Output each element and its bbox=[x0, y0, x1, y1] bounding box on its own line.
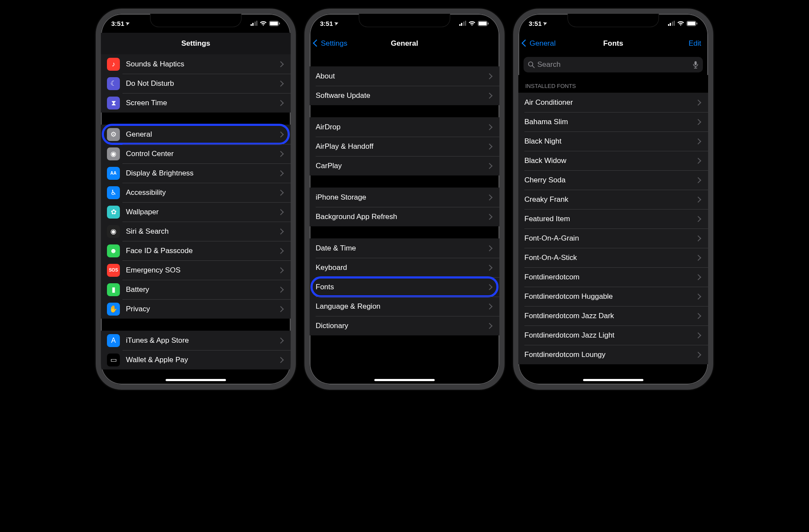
chevron-right-icon bbox=[278, 228, 284, 234]
phone-fonts: 3:51 ➤ General Fonts Edit Search INSTALL… bbox=[513, 9, 713, 390]
row-icon: AA bbox=[107, 167, 120, 180]
row-label: Bahama Slim bbox=[524, 118, 696, 126]
chevron-right-icon bbox=[278, 150, 284, 156]
svg-rect-2 bbox=[279, 22, 280, 25]
list-item[interactable]: ◉Siri & Search bbox=[101, 222, 291, 241]
row-icon: ✿ bbox=[107, 206, 120, 219]
signal-icon bbox=[668, 21, 675, 26]
list-item[interactable]: ⚙︎General bbox=[101, 125, 291, 144]
row-label: Do Not Disturb bbox=[126, 79, 279, 88]
list-item[interactable]: Date & Time bbox=[310, 238, 499, 258]
home-indicator[interactable] bbox=[583, 379, 643, 381]
list-item[interactable]: Background App Refresh bbox=[310, 207, 499, 226]
page-title: General bbox=[391, 39, 418, 48]
list-item[interactable]: Fontdinerdotcom Jazz Light bbox=[518, 325, 708, 345]
chevron-right-icon bbox=[278, 80, 284, 86]
row-label: Wallpaper bbox=[126, 208, 279, 216]
list-item[interactable]: AADisplay & Brightness bbox=[101, 163, 291, 183]
wifi-icon bbox=[260, 21, 267, 26]
row-icon: ☻ bbox=[107, 244, 120, 257]
row-icon: ♪ bbox=[107, 58, 120, 71]
list-item[interactable]: CarPlay bbox=[310, 156, 499, 175]
row-icon: ✋ bbox=[107, 303, 120, 316]
nav-bar: Settings General bbox=[310, 33, 499, 54]
row-label: Background App Refresh bbox=[316, 213, 487, 221]
chevron-right-icon bbox=[695, 254, 701, 260]
row-label: Fontdinerdotcom bbox=[524, 273, 696, 282]
list-item[interactable]: Black Night bbox=[518, 131, 708, 151]
page-title: Settings bbox=[181, 39, 210, 48]
list-item[interactable]: iPhone Storage bbox=[310, 188, 499, 207]
list-item[interactable]: Dictionary bbox=[310, 316, 499, 335]
list-item[interactable]: AiTunes & App Store bbox=[101, 331, 291, 350]
row-label: Dictionary bbox=[316, 322, 487, 330]
status-time: 3:51 bbox=[320, 20, 333, 27]
list-item[interactable]: ▭Wallet & Apple Pay bbox=[101, 350, 291, 369]
list-item[interactable]: AirDrop bbox=[310, 117, 499, 137]
chevron-right-icon bbox=[695, 313, 701, 319]
row-label: Black Widow bbox=[524, 156, 696, 165]
search-input[interactable]: Search bbox=[524, 57, 703, 72]
list-item[interactable]: ✋Privacy bbox=[101, 299, 291, 319]
row-label: Fontdinerdotcom Jazz Dark bbox=[524, 312, 696, 320]
fonts-list[interactable]: Air ConditionerBahama SlimBlack NightBla… bbox=[518, 93, 708, 364]
list-item[interactable]: Fontdinerdotcom Huggable bbox=[518, 287, 708, 306]
chevron-right-icon bbox=[486, 213, 492, 219]
list-item[interactable]: Font-On-A-Stick bbox=[518, 248, 708, 267]
edit-button[interactable]: Edit bbox=[689, 39, 701, 48]
list-item[interactable]: SOSEmergency SOS bbox=[101, 260, 291, 280]
notch bbox=[150, 14, 241, 27]
list-item[interactable]: Air Conditioner bbox=[518, 93, 708, 112]
list-item[interactable]: AirPlay & Handoff bbox=[310, 137, 499, 156]
list-item[interactable]: ♪Sounds & Haptics bbox=[101, 54, 291, 74]
status-time: 3:51 bbox=[111, 20, 124, 27]
row-label: Font-On-A-Grain bbox=[524, 234, 696, 243]
svg-rect-4 bbox=[479, 22, 487, 25]
list-item[interactable]: Keyboard bbox=[310, 258, 499, 277]
battery-icon bbox=[687, 21, 698, 26]
chevron-right-icon bbox=[695, 293, 701, 299]
list-item[interactable]: Font-On-A-Grain bbox=[518, 228, 708, 248]
general-list[interactable]: AboutSoftware UpdateAirDropAirPlay & Han… bbox=[310, 54, 499, 335]
list-item[interactable]: About bbox=[310, 66, 499, 86]
row-label: CarPlay bbox=[316, 162, 487, 170]
chevron-right-icon bbox=[695, 99, 701, 105]
chevron-left-icon bbox=[523, 39, 530, 48]
list-item[interactable]: Fontdinerdotcom Loungy bbox=[518, 345, 708, 364]
list-item[interactable]: ☻Face ID & Passcode bbox=[101, 241, 291, 260]
list-item[interactable]: Black Widow bbox=[518, 151, 708, 170]
list-item[interactable]: ✿Wallpaper bbox=[101, 202, 291, 222]
chevron-right-icon bbox=[695, 351, 701, 357]
mic-icon[interactable] bbox=[693, 61, 699, 69]
list-item[interactable]: Language & Region bbox=[310, 297, 499, 316]
home-indicator[interactable] bbox=[166, 379, 226, 381]
chevron-right-icon bbox=[486, 245, 492, 251]
list-item[interactable]: Fonts bbox=[310, 277, 499, 297]
list-item[interactable]: ☾Do Not Disturb bbox=[101, 74, 291, 93]
row-icon: ⚙︎ bbox=[107, 128, 120, 141]
list-item[interactable]: Featured Item bbox=[518, 209, 708, 228]
list-item[interactable]: Fontdinerdotcom bbox=[518, 267, 708, 287]
settings-list[interactable]: ♪Sounds & Haptics☾Do Not Disturb⧗Screen … bbox=[101, 54, 291, 369]
chevron-right-icon bbox=[278, 247, 284, 253]
chevron-right-icon bbox=[486, 124, 492, 130]
battery-icon bbox=[478, 21, 489, 26]
list-item[interactable]: Software Update bbox=[310, 86, 499, 105]
back-button[interactable]: General bbox=[523, 39, 555, 48]
chevron-right-icon bbox=[486, 303, 492, 309]
back-button[interactable]: Settings bbox=[314, 39, 347, 48]
row-label: Font-On-A-Stick bbox=[524, 253, 696, 262]
chevron-right-icon bbox=[695, 216, 701, 222]
list-item[interactable]: Creaky Frank bbox=[518, 190, 708, 209]
list-item[interactable]: Cherry Soda bbox=[518, 170, 708, 190]
list-item[interactable]: ▮Battery bbox=[101, 280, 291, 299]
list-item[interactable]: ◉Control Center bbox=[101, 144, 291, 163]
list-item[interactable]: ⧗Screen Time bbox=[101, 93, 291, 113]
row-icon: SOS bbox=[107, 264, 120, 277]
location-icon: ➤ bbox=[542, 20, 548, 26]
list-item[interactable]: Fontdinerdotcom Jazz Dark bbox=[518, 306, 708, 325]
list-item[interactable]: ♿︎Accessibility bbox=[101, 183, 291, 202]
home-indicator[interactable] bbox=[374, 379, 435, 381]
list-item[interactable]: Bahama Slim bbox=[518, 112, 708, 131]
svg-line-10 bbox=[533, 66, 535, 68]
